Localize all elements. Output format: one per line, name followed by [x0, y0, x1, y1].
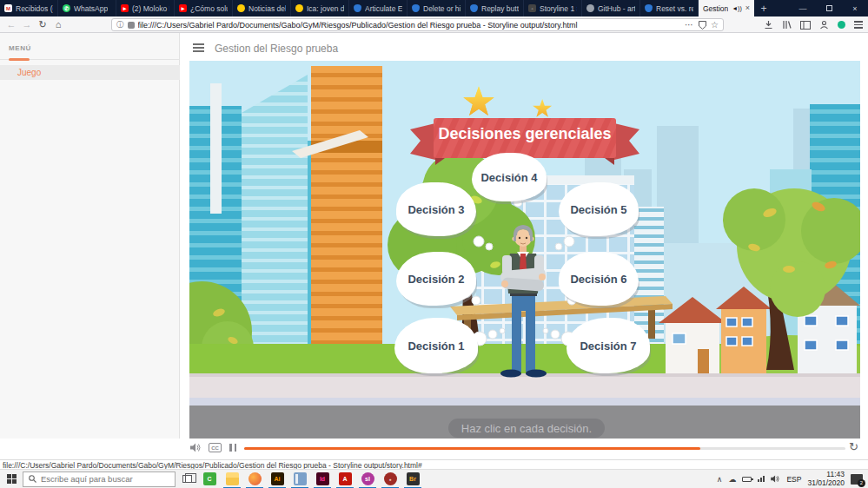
captions-button[interactable]: CC [209, 443, 222, 452]
sidebar-toggle-icon[interactable] [800, 21, 811, 30]
hidden-icons-chevron[interactable]: ∧ [717, 475, 723, 484]
course-title: Gestion del Riesgo prueba [215, 43, 338, 55]
battery-icon[interactable] [742, 477, 752, 482]
elearning-heroes-icon [470, 4, 478, 12]
player-menu-toggle-icon[interactable] [193, 42, 204, 54]
network-signal-icon[interactable] [758, 476, 765, 482]
taskbar-app-storyline[interactable] [356, 470, 379, 488]
page-content: MENÚ Juego Gestion del Riesgo prueba [0, 33, 868, 459]
decision-2-bubble[interactable]: Decisión 2 [396, 252, 476, 306]
slide-banner-title: Decisiones gerenciales [434, 125, 616, 143]
tab-active-storyline-output[interactable]: Gestion del Ri ◄)) × [699, 0, 754, 16]
close-button[interactable]: × [842, 0, 868, 16]
player-menu-sidebar: MENÚ Juego [0, 33, 180, 459]
pocket-icon[interactable] [699, 21, 706, 30]
menu-icon[interactable] [854, 19, 863, 30]
seek-bar[interactable] [244, 447, 845, 450]
tab-github[interactable]: GitHub - articula [582, 0, 640, 16]
back-button[interactable]: ← [3, 19, 19, 30]
start-button[interactable] [0, 470, 23, 488]
maximize-icon [826, 5, 832, 11]
taskbar-app-firefox[interactable] [243, 470, 266, 488]
search-input[interactable] [41, 474, 162, 484]
system-tray: ∧ ☁ ESP 11:43 31/01/2020 2 [717, 471, 868, 487]
maximize-button[interactable] [816, 0, 842, 16]
language-indicator[interactable]: ESP [786, 475, 801, 484]
taskbar-app-explorer[interactable] [221, 470, 243, 488]
storyline-app-icon [361, 472, 374, 485]
taskbar-app-camtasia[interactable] [198, 470, 221, 488]
new-tab-button[interactable]: + [754, 0, 773, 16]
sidebar-item-juego[interactable]: Juego [0, 65, 180, 80]
tab-elearning-3[interactable]: Replay button o [466, 0, 524, 16]
sidewalk [189, 373, 860, 398]
grammarly-extension-icon[interactable] [838, 21, 845, 29]
tab-whatsapp[interactable]: WhatsApp [58, 0, 116, 16]
download-icon[interactable] [764, 20, 773, 30]
menu-header: MENÚ [9, 44, 31, 52]
tab-youtube-2[interactable]: ¿Cómo soluc [175, 0, 233, 16]
clock[interactable]: 11:43 31/01/2020 [807, 471, 845, 487]
windows-taskbar: ∧ ☁ ESP 11:43 31/01/2020 2 [0, 469, 868, 488]
page-info-icon[interactable]: ⓘ [116, 20, 124, 30]
decision-5-bubble[interactable]: Decisión 5 [559, 182, 639, 236]
page-actions-icon[interactable]: ⋯ [685, 20, 694, 30]
taskbar-app-red-circle[interactable] [379, 470, 401, 488]
tab-news-2[interactable]: Ica: joven denun [291, 0, 349, 16]
slide-stage: Decisiones gerenciales Decisión 4 Decisi… [189, 61, 860, 439]
url-text[interactable]: file:///C:/Users/Gabriel Pardo/Documents… [138, 21, 682, 30]
acrobat-icon [339, 472, 352, 485]
account-icon[interactable] [819, 20, 829, 30]
tab-storyline-sdk[interactable]: Storyline 1 SDK [524, 0, 582, 16]
youtube-icon [121, 4, 129, 12]
library-icon[interactable] [782, 20, 792, 30]
taskbar-app-notebook[interactable] [288, 470, 311, 488]
city-scene-illustration [189, 61, 860, 439]
decision-7-bubble[interactable]: Decisión 7 [567, 318, 650, 373]
active-tab-indicator [9, 58, 30, 61]
tab-audio-icon[interactable]: ◄)) [732, 5, 742, 11]
taskbar-app-acrobat[interactable] [334, 470, 356, 488]
youtube-icon [179, 4, 187, 12]
decision-3-bubble[interactable]: Decisión 3 [396, 182, 476, 236]
slide-instruction: Haz clic en cada decisión. [448, 419, 605, 438]
taskbar-app-bridge[interactable] [401, 470, 424, 488]
onedrive-cloud-icon[interactable]: ☁ [728, 475, 736, 484]
minimize-button[interactable]: — [790, 0, 816, 16]
browser-navbar: ← → ↻ ⌂ ⓘ file:///C:/Users/Gabriel Pardo… [0, 16, 868, 33]
tab-elearning-2[interactable]: Delete or hide R [407, 0, 466, 16]
decision-6-bubble[interactable]: Decisión 6 [559, 252, 639, 306]
forward-button[interactable]: → [19, 19, 35, 30]
pause-button[interactable] [229, 443, 236, 452]
address-bar[interactable]: ⓘ file:///C:/Users/Gabriel Pardo/Documen… [111, 18, 724, 31]
windows-logo-icon [7, 474, 17, 484]
date: 31/01/2020 [807, 479, 845, 488]
tray-volume-icon[interactable] [771, 475, 780, 483]
reload-button[interactable]: ↻ [35, 19, 50, 30]
notification-badge: 2 [858, 479, 865, 487]
task-view-icon [182, 475, 192, 483]
tab-close-icon[interactable]: × [745, 4, 750, 12]
curb-strip [189, 398, 860, 406]
bookmark-star-icon[interactable]: ☆ [711, 20, 719, 30]
whatsapp-icon [63, 4, 70, 12]
extension-icon[interactable] [128, 22, 135, 29]
camtasia-icon [203, 472, 216, 485]
decision-1-bubble[interactable]: Decisión 1 [394, 318, 478, 373]
decision-4-bubble[interactable]: Decisión 4 [472, 153, 547, 201]
volume-icon[interactable] [190, 443, 202, 452]
tab-news-1[interactable]: Noticias del Perú [233, 0, 291, 16]
taskbar-app-indesign[interactable] [311, 470, 334, 488]
tab-elearning-4[interactable]: Reset vs. resum [640, 0, 699, 16]
storyline-sdk-icon [528, 4, 536, 12]
tab-gmail[interactable]: Recibidos (6) - g [0, 0, 58, 16]
action-center-icon[interactable]: 2 [851, 474, 863, 485]
home-button[interactable]: ⌂ [50, 19, 66, 30]
tab-elearning-1[interactable]: Articulate E-Lea [349, 0, 407, 16]
task-view-button[interactable] [176, 470, 198, 488]
taskbar-app-illustrator[interactable] [266, 470, 288, 488]
replay-button[interactable]: ↻ [849, 440, 858, 453]
taskbar-search[interactable] [23, 472, 176, 487]
tab-youtube-1[interactable]: (2) Moloko Podc [116, 0, 175, 16]
pinned-apps [198, 470, 424, 488]
